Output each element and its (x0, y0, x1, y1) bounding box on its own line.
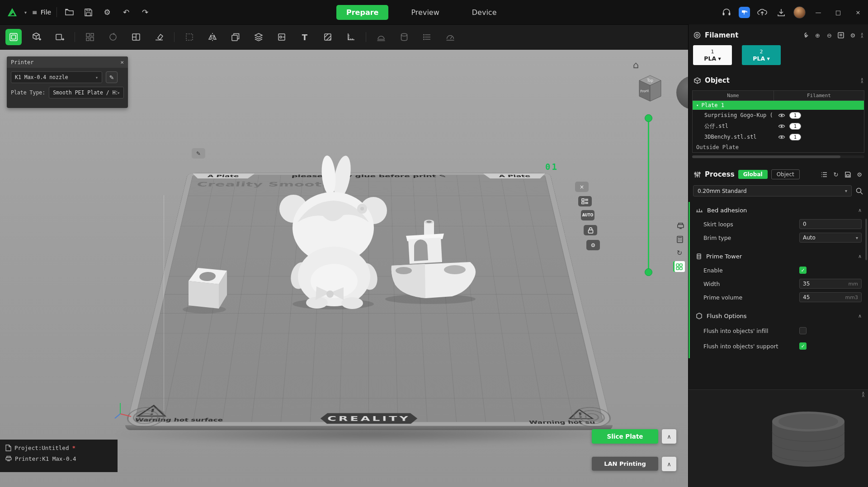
object-row[interactable]: Surprising Gogo-Kup ( 1 (693, 110, 864, 121)
parameter-plate-icon[interactable] (673, 261, 685, 272)
flush-infill-checkbox[interactable] (799, 327, 807, 334)
add-plate-button[interactable] (52, 29, 68, 45)
open-folder-button[interactable] (62, 5, 76, 19)
creality-logo[interactable] (5, 5, 19, 19)
preview-collapse-button[interactable]: ∧∧ (862, 392, 865, 397)
transform-tool[interactable] (181, 29, 198, 45)
layers-tool[interactable] (250, 29, 267, 45)
view-cube[interactable]: Top Front (634, 71, 666, 105)
brim-type-select[interactable]: Auto ▾ (799, 233, 862, 243)
slice-plate-button[interactable]: Slice Plate (592, 429, 658, 444)
flush-options-section[interactable]: Flush Options ∧ (690, 309, 868, 323)
tab-prepare[interactable]: Prepare (336, 5, 388, 20)
visibility-eye-icon[interactable] (774, 113, 789, 118)
nav-sphere[interactable] (676, 76, 688, 109)
object-row-plate1[interactable]: ▾ Plate 1 (693, 101, 864, 110)
arrange-tool[interactable] (82, 29, 98, 45)
width-input[interactable]: 35 mm (799, 279, 862, 289)
process-advanced-icon[interactable]: ⚙ (855, 170, 863, 178)
file-menu[interactable]: ≡ File (32, 9, 51, 16)
add-model-button[interactable] (28, 29, 45, 45)
process-save-icon[interactable] (844, 170, 852, 178)
filament-badge[interactable]: 1 (789, 134, 801, 140)
prime-volume-input[interactable]: 45 mm3 (799, 292, 862, 302)
prime-tower-preview[interactable]: ∧∧ (689, 389, 868, 487)
panel-scrollbar[interactable] (865, 219, 867, 260)
pattern-fill-tool[interactable] (320, 29, 336, 45)
redo-button[interactable]: ↷ (138, 5, 152, 19)
add-filament-button[interactable]: ⊕ (813, 31, 821, 39)
clone-tool[interactable] (227, 29, 244, 45)
plate-layout-tool[interactable] (5, 29, 22, 45)
sync-panel-icon[interactable]: ↻ (674, 248, 685, 258)
line-list-tool[interactable] (419, 29, 435, 45)
filament-collapse-button[interactable]: ∧∧ (860, 33, 863, 38)
filament-slot-2[interactable]: 2 PLA ▾ (742, 45, 781, 65)
plate-edit-pencil-icon[interactable]: ✎ (192, 148, 205, 159)
skirt-loops-input[interactable]: 0 (799, 219, 862, 229)
calculator-panel-icon[interactable] (674, 234, 686, 245)
home-view-icon[interactable]: ⌂ (633, 60, 639, 70)
process-tab-global[interactable]: Global (738, 170, 768, 179)
preset-select[interactable]: 0.20mm Standard ▾ (693, 185, 852, 197)
add-text-tool[interactable]: T (297, 29, 313, 45)
section-collapse-chevron[interactable]: ∧ (858, 207, 862, 213)
slice-options-chevron-button[interactable]: ∧ (662, 429, 676, 444)
visibility-eye-icon[interactable] (774, 135, 789, 140)
object-row[interactable]: 3DBenchy.stl.stl 1 (693, 131, 864, 142)
speed-gauge-tool[interactable] (442, 29, 458, 45)
device-panel-icon[interactable] (675, 220, 686, 231)
support-headset-icon[interactable] (720, 5, 733, 19)
object-table-hscrollbar[interactable] (692, 155, 864, 158)
tab-preview[interactable]: Preview (401, 5, 449, 20)
close-plate-menu-button[interactable]: × (575, 182, 589, 192)
filament-wrench-icon[interactable] (802, 31, 810, 39)
auto-arrange-button[interactable]: AUTO (581, 210, 594, 220)
logo-caret-icon[interactable]: ▾ (24, 10, 27, 15)
lock-plate-button[interactable] (584, 225, 597, 235)
process-tab-object[interactable]: Object (771, 169, 800, 179)
printer-panel-close-icon[interactable]: × (120, 59, 124, 66)
clean-plate-tool[interactable] (151, 29, 167, 45)
undo-button[interactable]: ↶ (119, 5, 133, 19)
visibility-eye-icon[interactable] (774, 124, 789, 129)
filament-badge[interactable]: 1 (789, 123, 801, 130)
bed-adhesion-section[interactable]: Bed adhesion ∧ (690, 203, 868, 217)
search-preset-icon[interactable] (855, 187, 863, 195)
process-history-icon[interactable]: ↻ (832, 170, 840, 178)
layer-slider-bottom-handle[interactable] (645, 268, 652, 276)
section-collapse-chevron[interactable]: ∧ (858, 313, 862, 319)
layer-slider-track[interactable] (648, 117, 649, 272)
filament-list-button[interactable] (837, 31, 845, 39)
user-avatar[interactable] (793, 6, 806, 19)
mirror-tool[interactable] (204, 29, 221, 45)
object-row[interactable]: 公仔.stl 1 (693, 121, 864, 131)
filament-slot-1[interactable]: 1 PLA ▾ (693, 45, 732, 65)
download-icon[interactable] (774, 5, 788, 19)
3d-viewport[interactable]: A Plate A Plate please apply glue before… (0, 50, 688, 487)
window-minimize-button[interactable]: — (811, 5, 826, 19)
section-collapse-chevron[interactable]: ∧ (858, 253, 862, 259)
print-options-chevron-button[interactable]: ∧ (662, 457, 676, 471)
nozzle-select[interactable]: K1 Max-0.4 nozzle ▾ (11, 71, 102, 83)
plate-settings-button[interactable]: ⚙ (586, 240, 600, 250)
enable-checkbox[interactable]: ✓ (799, 267, 807, 274)
cloud-upload-icon[interactable] (755, 5, 769, 19)
primitive-cylinder-tool[interactable] (396, 29, 412, 45)
flush-support-checkbox[interactable]: ✓ (799, 342, 807, 350)
prime-tower-section[interactable]: Prime Tower ∧ (690, 249, 868, 263)
object-collapse-button[interactable]: ∧∧ (860, 78, 863, 83)
filament-settings-icon[interactable]: ⚙ (849, 31, 857, 39)
lan-printing-button[interactable]: LAN Printing (592, 457, 658, 471)
tab-device[interactable]: Device (462, 5, 507, 20)
window-maximize-button[interactable]: □ (831, 5, 845, 19)
plate-list-button[interactable] (578, 196, 592, 206)
support-paint-tool[interactable] (373, 29, 389, 45)
process-list-icon[interactable] (820, 170, 828, 178)
remove-filament-button[interactable]: ⊖ (825, 31, 833, 39)
split-plate-tool[interactable] (128, 29, 144, 45)
save-button[interactable] (81, 5, 95, 19)
auto-orient-tool[interactable] (105, 29, 121, 45)
settings-gear-button[interactable]: ⚙ (100, 5, 114, 19)
filament-badge[interactable]: 1 (789, 112, 801, 119)
